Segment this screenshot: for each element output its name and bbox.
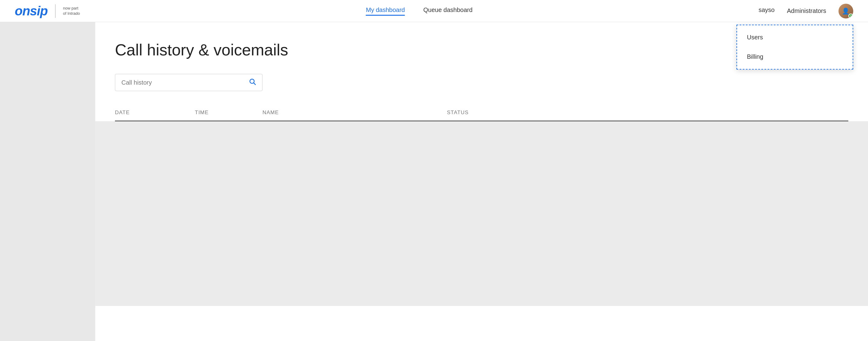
header-right: sayso Administrators 👤 Users Billing <box>758 4 853 19</box>
nav-my-dashboard[interactable]: My dashboard <box>366 6 405 16</box>
nav-administrators[interactable]: Administrators <box>787 7 826 15</box>
table-body <box>95 121 868 306</box>
svg-line-1 <box>254 83 256 85</box>
page-layout: Call history & voicemails DATE TIME NAME… <box>0 22 868 341</box>
main-content: Call history & voicemails DATE TIME NAME… <box>95 22 868 341</box>
logo-area: onsip now part of Intrado <box>15 4 80 19</box>
nav-queue-dashboard[interactable]: Queue dashboard <box>423 6 472 16</box>
col-date: DATE <box>115 110 195 116</box>
avatar[interactable]: 👤 <box>838 4 853 19</box>
nav-area: My dashboard Queue dashboard <box>366 6 472 16</box>
logo-subtitle: now part of Intrado <box>63 6 80 16</box>
sidebar <box>0 22 95 341</box>
search-box <box>115 74 262 91</box>
dropdown-item-users[interactable]: Users <box>737 28 852 47</box>
header: onsip now part of Intrado My dashboard Q… <box>0 0 868 22</box>
nav-sayso[interactable]: sayso <box>758 6 775 16</box>
table-header: DATE TIME NAME STATUS <box>115 110 848 121</box>
avatar-status-badge <box>848 13 853 19</box>
col-status: STATUS <box>447 110 848 116</box>
col-time: TIME <box>195 110 262 116</box>
administrators-dropdown: Users Billing <box>737 25 853 69</box>
logo-brand: onsip <box>15 4 48 19</box>
col-name: NAME <box>262 110 447 116</box>
search-input[interactable] <box>121 79 249 86</box>
dropdown-item-billing[interactable]: Billing <box>737 47 852 66</box>
logo-divider <box>55 4 56 18</box>
search-icon[interactable] <box>249 78 256 87</box>
